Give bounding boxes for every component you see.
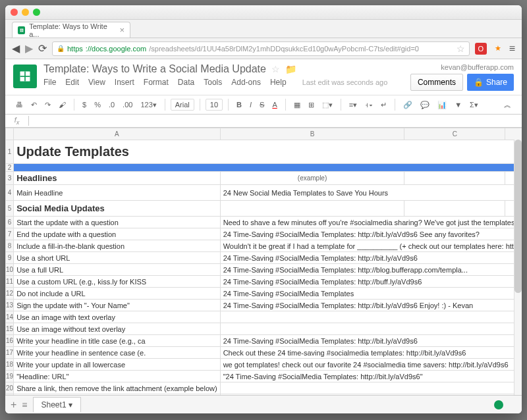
- link-icon[interactable]: 🔗: [401, 99, 415, 111]
- menu-help[interactable]: Help: [270, 78, 287, 87]
- cell-A4[interactable]: Main Headline: [14, 185, 221, 201]
- sheet-tab[interactable]: Sheet1 ▾: [33, 397, 81, 412]
- merge-icon[interactable]: ⬚▾: [319, 99, 335, 111]
- comment-icon[interactable]: 💬: [418, 99, 432, 111]
- cell-B19[interactable]: "24 Time-Saving #SocialMedia Templates: …: [220, 371, 522, 382]
- column-header-B[interactable]: B: [220, 128, 404, 140]
- cell-B15[interactable]: [220, 323, 522, 335]
- percent-icon[interactable]: %: [92, 99, 103, 111]
- redo-icon[interactable]: ↷: [42, 99, 53, 111]
- bold-icon[interactable]: B: [234, 99, 244, 111]
- row-header-7[interactable]: 7: [6, 228, 14, 240]
- chart-icon[interactable]: 📊: [435, 99, 449, 111]
- document-title[interactable]: Template: Ways to Write a Social Media U…: [43, 63, 266, 75]
- menu-format[interactable]: Format: [144, 78, 169, 87]
- cell-C5[interactable]: [404, 201, 505, 217]
- menu-edit[interactable]: Edit: [65, 78, 79, 87]
- cell-A11[interactable]: Use a custom URL (e.g., kiss.ly for KISS: [14, 276, 221, 288]
- cell-A15[interactable]: Use an image without text overlay: [14, 323, 221, 335]
- star-icon[interactable]: ☆: [271, 64, 280, 74]
- vertical-scrollbar[interactable]: [514, 140, 522, 395]
- extension-icon-2[interactable]: ★: [492, 43, 504, 55]
- cell-A20[interactable]: Share a link, then remove the link attac…: [14, 382, 221, 394]
- column-header-A[interactable]: A: [14, 128, 221, 140]
- font-size-select[interactable]: 10: [206, 99, 223, 111]
- text-color-icon[interactable]: A: [269, 99, 279, 111]
- cell-B9[interactable]: 24 Time-Saving #SocialMedia Templates: h…: [220, 252, 522, 264]
- cell-B3[interactable]: (example): [220, 172, 404, 185]
- paint-format-icon[interactable]: 🖌: [56, 99, 69, 111]
- row-header-4[interactable]: 4: [6, 185, 14, 201]
- cell-A9[interactable]: Use a short URL: [14, 252, 221, 264]
- decimal-increase-icon[interactable]: .00: [120, 99, 135, 111]
- spreadsheet-grid[interactable]: ABCDEF1Update Templates23Headlines(examp…: [5, 128, 522, 395]
- italic-icon[interactable]: I: [247, 99, 254, 111]
- row-header-9[interactable]: 9: [6, 252, 14, 264]
- tab-close-icon[interactable]: ×: [119, 25, 125, 35]
- menu-tools[interactable]: Tools: [204, 78, 222, 87]
- row-header-5[interactable]: 5: [6, 201, 14, 217]
- bookmark-icon[interactable]: ☆: [457, 43, 465, 54]
- row-header-6[interactable]: 6: [6, 217, 14, 228]
- window-close-button[interactable]: [11, 9, 18, 16]
- cell-B18[interactable]: we got templates! check out our favorite…: [220, 359, 522, 371]
- cell-A13[interactable]: Sign the update with "- Your Name": [14, 300, 221, 311]
- fill-color-icon[interactable]: ▦: [291, 99, 303, 111]
- cell-A5[interactable]: Social Media Updates: [14, 201, 221, 217]
- row-header-17[interactable]: 17: [6, 347, 14, 359]
- cell-A10[interactable]: Use a full URL: [14, 264, 221, 276]
- decimal-decrease-icon[interactable]: .0: [106, 99, 117, 111]
- select-all-cell[interactable]: [6, 128, 14, 140]
- row-header-20[interactable]: 20: [6, 382, 14, 394]
- borders-icon[interactable]: ⊞: [306, 99, 317, 111]
- all-sheets-button[interactable]: ≡: [22, 400, 27, 410]
- row-header-1[interactable]: 1: [6, 140, 14, 164]
- print-icon[interactable]: 🖶: [13, 99, 26, 111]
- cell-B7[interactable]: 24 Time-Saving #SocialMedia Templates: h…: [220, 228, 522, 240]
- cell-B20[interactable]: [220, 382, 522, 394]
- valign-icon[interactable]: ⫞▾: [362, 99, 375, 111]
- cell-B6[interactable]: Need to shave a few minutes off you're #…: [220, 217, 522, 228]
- cell-B4[interactable]: 24 New Social Media Templates to Save Yo…: [220, 185, 522, 201]
- filter-icon[interactable]: ▼: [452, 99, 464, 111]
- row-header-18[interactable]: 18: [6, 359, 14, 371]
- row-header-14[interactable]: 14: [6, 311, 14, 323]
- share-button[interactable]: 🔒Share: [467, 74, 514, 91]
- cell-B12[interactable]: 24 Time-Saving #SocialMedia Templates: [220, 288, 522, 300]
- cell-A19[interactable]: "Headline: URL": [14, 371, 221, 382]
- wrap-icon[interactable]: ↵: [378, 99, 389, 111]
- back-button[interactable]: ◀: [12, 42, 20, 55]
- cell-A12[interactable]: Do not include a URL: [14, 288, 221, 300]
- cell-A1[interactable]: Update Templates: [14, 140, 522, 164]
- functions-icon[interactable]: Σ▾: [467, 99, 481, 111]
- row-header-10[interactable]: 10: [6, 264, 14, 276]
- cell-A8[interactable]: Include a fill-in-the-blank question: [14, 240, 221, 252]
- row-header-12[interactable]: 12: [6, 288, 14, 300]
- cell-B8[interactable]: Wouldn't it be great if I had a template…: [220, 240, 522, 252]
- browser-tab[interactable]: Template: Ways to Write a... ×: [12, 22, 130, 38]
- cell-B5[interactable]: [220, 201, 404, 217]
- currency-icon[interactable]: $: [80, 99, 89, 111]
- column-header-C[interactable]: C: [404, 128, 505, 140]
- menu-view[interactable]: View: [88, 78, 105, 87]
- row-header-11[interactable]: 11: [6, 276, 14, 288]
- user-email[interactable]: kevan@bufferapp.com: [410, 63, 514, 71]
- comments-button[interactable]: Comments: [410, 74, 463, 91]
- undo-icon[interactable]: ↶: [28, 99, 40, 111]
- menu-data[interactable]: Data: [178, 78, 194, 87]
- cell-B21[interactable]: [220, 394, 522, 396]
- url-input[interactable]: 🔒 https://docs.google.com/spreadsheets/d…: [52, 41, 470, 56]
- cell-B17[interactable]: Check out these 24 time-saving #socialme…: [220, 347, 522, 359]
- cell-A3[interactable]: Headlines: [14, 172, 221, 185]
- cell-B13[interactable]: 24 Time-Saving #SocialMedia Templates: h…: [220, 300, 522, 311]
- cell-B11[interactable]: 24 Time-Saving #SocialMedia Templates: h…: [220, 276, 522, 288]
- cell-A7[interactable]: End the update with a question: [14, 228, 221, 240]
- row-header-3[interactable]: 3: [6, 172, 14, 185]
- menu-add-ons[interactable]: Add-ons: [231, 78, 261, 87]
- row-header-2[interactable]: 2: [6, 164, 14, 172]
- extension-icon-1[interactable]: O: [475, 43, 487, 55]
- cell-B10[interactable]: 24 Time-Saving #SocialMedia Templates: h…: [220, 264, 522, 276]
- folder-icon[interactable]: 📁: [285, 64, 296, 74]
- sheets-logo[interactable]: [13, 65, 37, 88]
- window-minimize-button[interactable]: [22, 9, 29, 16]
